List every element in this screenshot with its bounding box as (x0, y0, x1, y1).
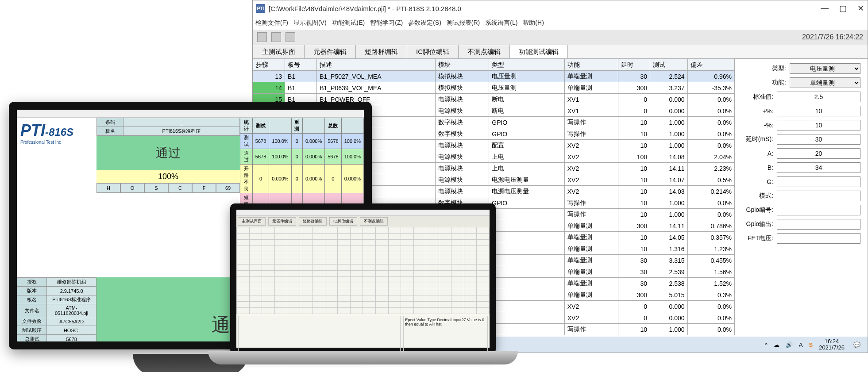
taskbar-clock[interactable]: 16:24 2021/7/26 (819, 338, 845, 351)
barcode-label: 条码 (97, 118, 123, 127)
tab[interactable]: 短路群编辑 (355, 45, 407, 58)
notification-icon[interactable]: 💬 (851, 338, 863, 351)
tray-lang-icon[interactable]: A (799, 341, 803, 348)
laptop-note: Epect Value Type Decimal Input27 Value i… (403, 316, 488, 351)
prop-label: A: (742, 150, 773, 157)
column-header[interactable]: 板号 (285, 59, 317, 71)
titlebar: PTI [C:\WorkFile\48Vdaimler\48Vdaimler.p… (253, 0, 868, 16)
prop-input-b[interactable] (777, 162, 860, 173)
brand-suffix: -816S (45, 126, 73, 138)
prop-input-mode[interactable] (777, 191, 860, 201)
column-header[interactable]: 延时 (618, 59, 650, 71)
toolbar-timestamp: 2021/7/26 16:24:22 (802, 33, 863, 41)
laptop: 主测试界面元器件编辑短路群编辑IC脚位编辑不测点编辑 (230, 203, 496, 354)
minimize-button[interactable]: — (821, 4, 829, 13)
app-icon: PTI (256, 4, 265, 13)
pass-percentage: 100% (96, 170, 240, 183)
laptop-tab[interactable]: IC脚位编辑 (329, 217, 357, 226)
laptop-tab[interactable]: 元器件编辑 (268, 217, 296, 226)
toolbar-icon-3[interactable] (285, 32, 295, 42)
property-panel: 类型:电压量测功能:单端量测标准值:+%:-%:延时(mS):A:B:G:模式:… (735, 59, 868, 353)
pti-logo: PTI-816S Professional Test Inc (17, 118, 96, 277)
tab[interactable]: 不测点编辑 (458, 45, 510, 58)
prop-input-std[interactable] (777, 92, 860, 102)
tray-cloud-icon[interactable]: ☁ (774, 341, 779, 348)
tray-sogou-icon[interactable]: S (809, 341, 813, 348)
column-header[interactable]: 类型 (489, 59, 565, 71)
clock-date: 2021/7/26 (819, 345, 845, 351)
table-row[interactable]: 14B1B1_P0639_VOL_MEA模拟模块电压量测单端量测3003.237… (253, 82, 735, 94)
menu-item[interactable]: 帮助(H) (523, 19, 544, 27)
toolbar-icon-2[interactable] (271, 32, 281, 42)
column-header[interactable]: 描述 (317, 59, 436, 71)
prop-input-gpio_out[interactable] (777, 219, 860, 230)
boardname-value: PTI816S标准程序 (123, 127, 240, 136)
tab[interactable]: 主测试界面 (253, 45, 305, 58)
prop-input-minuspct[interactable] (777, 120, 860, 130)
menu-item[interactable]: 显示视图(V) (293, 19, 327, 27)
prop-input-a[interactable] (777, 148, 860, 159)
prop-input-gpio_num[interactable] (777, 205, 860, 215)
laptop-tab[interactable]: 不测点编辑 (360, 217, 388, 226)
prop-label: 功能: (742, 79, 786, 87)
tab[interactable]: IC脚位编辑 (407, 45, 459, 58)
tab[interactable]: 功能测试编辑 (509, 45, 568, 58)
prop-input-type[interactable]: 电压量测 (790, 63, 860, 74)
close-button[interactable]: ✕ (857, 4, 864, 13)
menu-item[interactable]: 检测文件(F) (255, 19, 288, 27)
tray-up-icon[interactable]: ^ (765, 341, 768, 348)
toolbar-icon-1[interactable] (257, 32, 267, 42)
clock-time: 16:24 (819, 338, 845, 345)
tab[interactable]: 元器件编辑 (304, 45, 356, 58)
prop-label: FET电压: (742, 234, 773, 242)
menu-item[interactable]: 参数设定(S) (408, 19, 441, 27)
laptop-grid (236, 227, 490, 314)
letter-cell: S (144, 183, 168, 193)
letter-cell: 69 (216, 183, 240, 193)
brand-text: PTI (20, 121, 45, 139)
boardname-label: 板名 (97, 127, 123, 136)
menu-item[interactable]: 测试报表(R) (447, 19, 480, 27)
prop-label: G: (742, 178, 773, 185)
letter-cell: C (168, 183, 192, 193)
column-header[interactable]: 测试 (650, 59, 687, 71)
prop-label: 类型: (742, 65, 786, 73)
brand-sub: Professional Test Inc (20, 140, 93, 145)
laptop-tabs: 主测试界面元器件编辑短路群编辑IC脚位编辑不测点编辑 (236, 216, 490, 227)
tray-volume-icon[interactable]: 🔊 (786, 341, 793, 348)
column-header[interactable]: 模块 (435, 59, 489, 71)
prop-label: Gpio输出: (742, 220, 773, 228)
pass-status: 通过 (96, 136, 240, 170)
prop-label: 模式: (742, 192, 773, 200)
window-title: [C:\WorkFile\48Vdaimler\48Vdaimler.pji] … (269, 5, 821, 12)
prop-input-g[interactable] (777, 176, 860, 187)
tabstrip: 主测试界面元器件编辑短路群编辑IC脚位编辑不测点编辑功能测试编辑 (253, 45, 868, 59)
laptop-tab[interactable]: 主测试界面 (238, 217, 266, 226)
menubar: 检测文件(F)显示视图(V)功能测试(E)智能学习(Z)参数设定(S)测试报表(… (253, 16, 868, 30)
prop-label: -%: (742, 122, 773, 129)
prop-label: B: (742, 164, 773, 171)
toolbar: 2021/7/26 16:24:22 (253, 30, 868, 45)
table-row[interactable]: 13B1B1_P5027_VOL_MEA模拟模块电压量测单端量测302.5240… (253, 71, 735, 82)
laptop-tab[interactable]: 短路群编辑 (299, 217, 327, 226)
prop-label: 延时(mS): (742, 135, 773, 143)
prop-label: 标准值: (742, 93, 773, 101)
barcode-value: _ (123, 118, 240, 127)
menu-item[interactable]: 功能测试(E) (332, 19, 365, 27)
column-header[interactable]: 偏差 (687, 59, 734, 71)
menu-item[interactable]: 系统语言(L) (485, 19, 517, 27)
menu-item[interactable]: 智能学习(Z) (370, 19, 403, 27)
prop-input-fet[interactable] (777, 233, 860, 244)
column-header[interactable]: 步骤 (253, 59, 285, 71)
prop-input-delay[interactable] (777, 134, 860, 145)
info-table: 授权维修部陈机组版本2.9.1745.0板名PTI816S标准程序文件名ATM-… (17, 277, 96, 341)
letter-cell: O (120, 183, 144, 193)
laptop-screen: 主测试界面元器件编辑短路群编辑IC脚位编辑不测点编辑 (236, 210, 490, 348)
maximize-button[interactable]: ▢ (839, 4, 847, 13)
column-header[interactable]: 功能 (564, 59, 618, 71)
letter-cell: F (192, 183, 216, 193)
prop-label: +%: (742, 107, 773, 115)
prop-input-func[interactable]: 单端量测 (790, 77, 860, 88)
letter-cell: H (96, 183, 120, 193)
prop-input-pluspct[interactable] (777, 106, 860, 116)
